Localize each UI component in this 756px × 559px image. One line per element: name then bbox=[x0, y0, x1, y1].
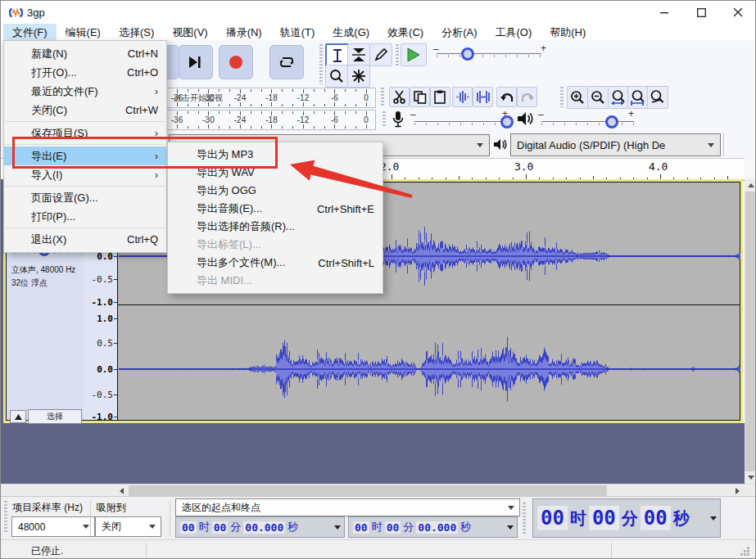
skip-to-end-button[interactable] bbox=[179, 45, 213, 79]
menubar-item-4[interactable]: 视图(V) bbox=[163, 24, 216, 40]
export-submenu-item[interactable]: 导出为 OGG bbox=[168, 182, 383, 200]
horizontal-scroll-thumb[interactable] bbox=[129, 485, 607, 496]
trim-audio-button[interactable] bbox=[452, 87, 473, 107]
mixer-grip[interactable] bbox=[383, 111, 386, 128]
selection-end-field[interactable]: 00时00分00.000秒 bbox=[348, 516, 518, 538]
time-unit[interactable]: 时 bbox=[370, 520, 384, 534]
playback-volume-thumb[interactable] bbox=[605, 115, 618, 128]
menubar-item-10[interactable]: 工具(O) bbox=[486, 24, 541, 40]
export-submenu-item[interactable]: 导出选择的音频(R)... bbox=[168, 218, 383, 236]
time-digits[interactable]: 00 bbox=[537, 506, 568, 530]
collapse-track-button[interactable] bbox=[10, 410, 26, 423]
time-unit[interactable]: 时 bbox=[197, 520, 211, 534]
recording-volume-slider[interactable] bbox=[414, 121, 510, 122]
project-rate-dropdown[interactable]: 48000 bbox=[11, 516, 95, 537]
time-toolbar-grip[interactable] bbox=[523, 503, 526, 535]
time-digits[interactable]: 00 bbox=[180, 521, 197, 534]
file-menu-item[interactable]: 页面设置(G)... bbox=[4, 188, 166, 207]
draw-tool-button[interactable] bbox=[369, 43, 392, 66]
menubar-item-7[interactable]: 生成(G) bbox=[324, 24, 378, 40]
file-menu-item[interactable]: 最近的文件(F)› bbox=[4, 82, 166, 101]
file-menu-item[interactable]: 新建(N)Ctrl+N bbox=[4, 44, 166, 63]
play-speed-grip[interactable] bbox=[396, 44, 399, 65]
time-digits[interactable]: 00 bbox=[353, 521, 369, 534]
scroll-up-button[interactable] bbox=[745, 179, 756, 192]
time-unit[interactable]: 分 bbox=[401, 520, 415, 534]
recording-volume-thumb[interactable] bbox=[500, 115, 514, 128]
selection-start-field[interactable]: 00时00分00.000秒 bbox=[175, 516, 345, 538]
snap-to-dropdown[interactable]: 关闭 bbox=[95, 516, 161, 537]
time-digits[interactable]: 00 bbox=[385, 521, 401, 534]
file-menu-item[interactable]: 退出(X)Ctrl+Q bbox=[4, 230, 166, 249]
silence-audio-button[interactable] bbox=[473, 87, 493, 107]
zoom-toolbar-grip[interactable] bbox=[560, 87, 564, 107]
time-digits[interactable]: 00.000 bbox=[243, 521, 285, 534]
playback-volume-slider[interactable] bbox=[541, 121, 634, 122]
undo-button[interactable] bbox=[496, 87, 517, 107]
time-format-spinner[interactable] bbox=[507, 525, 514, 530]
file-menu-item[interactable]: 打开(O)...Ctrl+O bbox=[4, 63, 166, 82]
zoom-fit-button[interactable] bbox=[627, 86, 649, 109]
export-submenu-item[interactable]: 导出 MIDI... bbox=[168, 272, 383, 290]
file-menu-item[interactable]: 关闭(C)Ctrl+W bbox=[4, 101, 166, 119]
close-button[interactable] bbox=[720, 1, 756, 24]
selection-toolbar-grip[interactable] bbox=[4, 501, 7, 534]
zoom-out-button[interactable] bbox=[587, 86, 609, 109]
export-submenu-item[interactable]: 导出音频(E)...Ctrl+Shift+E bbox=[168, 200, 383, 218]
record-button[interactable] bbox=[219, 45, 253, 79]
zoom-in-button[interactable] bbox=[567, 86, 588, 109]
playback-device-dropdown[interactable]: Digital Audio (S/PDIF) (High De bbox=[510, 133, 721, 156]
time-digits[interactable]: 00 bbox=[589, 506, 619, 530]
play-speed-slider-thumb[interactable] bbox=[461, 47, 474, 61]
redo-button[interactable] bbox=[517, 87, 537, 107]
time-unit[interactable]: 分 bbox=[620, 507, 640, 530]
edit-toolbar-grip[interactable] bbox=[381, 88, 384, 106]
audio-position-field[interactable]: 00时00分00秒 bbox=[532, 498, 721, 538]
time-unit[interactable]: 时 bbox=[568, 507, 588, 530]
tools-toolbar-grip[interactable] bbox=[319, 44, 323, 84]
cut-button[interactable] bbox=[389, 87, 410, 107]
time-unit[interactable]: 秒 bbox=[459, 520, 473, 534]
export-submenu-item[interactable]: 导出多个文件(M)...Ctrl+Shift+L bbox=[168, 254, 383, 272]
resize-grip-icon[interactable] bbox=[740, 547, 750, 557]
selection-mode-dropdown[interactable]: 选区的起点和终点 bbox=[175, 498, 520, 516]
menubar-item-3[interactable]: 选择(S) bbox=[110, 24, 163, 40]
multi-tool-button[interactable] bbox=[347, 65, 370, 88]
track-select-button[interactable]: 选择 bbox=[28, 409, 82, 424]
time-unit[interactable]: 秒 bbox=[672, 507, 691, 530]
menubar-item-5[interactable]: 播录(N) bbox=[217, 24, 271, 40]
copy-button[interactable] bbox=[410, 87, 430, 107]
paste-button[interactable] bbox=[430, 87, 450, 107]
zoom-tool-button[interactable] bbox=[325, 65, 348, 88]
menubar-item-9[interactable]: 分析(A) bbox=[432, 24, 486, 40]
time-digits[interactable]: 00 bbox=[641, 506, 671, 530]
menubar-item-8[interactable]: 效果(C) bbox=[378, 24, 432, 40]
file-menu-item[interactable]: 打印(P)... bbox=[4, 207, 166, 226]
time-digits[interactable]: 00.000 bbox=[416, 521, 458, 534]
minimize-button[interactable] bbox=[646, 1, 683, 24]
time-unit[interactable]: 分 bbox=[229, 520, 242, 534]
recording-meter[interactable]: 点击开始监视 -36-30-24-18-12-60 bbox=[161, 88, 376, 108]
time-digits[interactable]: 00 bbox=[212, 521, 229, 534]
menubar-item-11[interactable]: 帮助(H) bbox=[541, 24, 595, 40]
loop-button[interactable] bbox=[269, 45, 304, 79]
vertical-scrollbar[interactable] bbox=[745, 179, 756, 484]
maximize-button[interactable] bbox=[683, 1, 720, 24]
vertical-scroll-thumb[interactable] bbox=[745, 192, 756, 471]
play-at-speed-button[interactable] bbox=[401, 43, 427, 66]
time-unit[interactable]: 秒 bbox=[286, 520, 300, 534]
scroll-right-button[interactable] bbox=[731, 485, 744, 497]
scroll-left-button[interactable] bbox=[115, 485, 128, 497]
play-speed-slider[interactable] bbox=[437, 53, 541, 54]
menubar-item-2[interactable]: 编辑(E) bbox=[57, 24, 110, 40]
time-format-spinner[interactable] bbox=[710, 516, 717, 521]
export-submenu-item[interactable]: 导出标签(L)... bbox=[168, 236, 383, 254]
playback-meter[interactable]: -36-30-24-18-12-60 bbox=[161, 110, 376, 130]
zoom-selection-button[interactable] bbox=[608, 86, 629, 109]
zoom-toggle-button[interactable] bbox=[647, 86, 668, 109]
time-format-spinner[interactable] bbox=[334, 525, 341, 530]
menubar-item-6[interactable]: 轨道(T) bbox=[271, 24, 324, 40]
scroll-down-button[interactable] bbox=[745, 471, 756, 484]
envelope-tool-button[interactable] bbox=[347, 43, 370, 66]
menubar-item-1[interactable]: 文件(F) bbox=[3, 24, 57, 40]
